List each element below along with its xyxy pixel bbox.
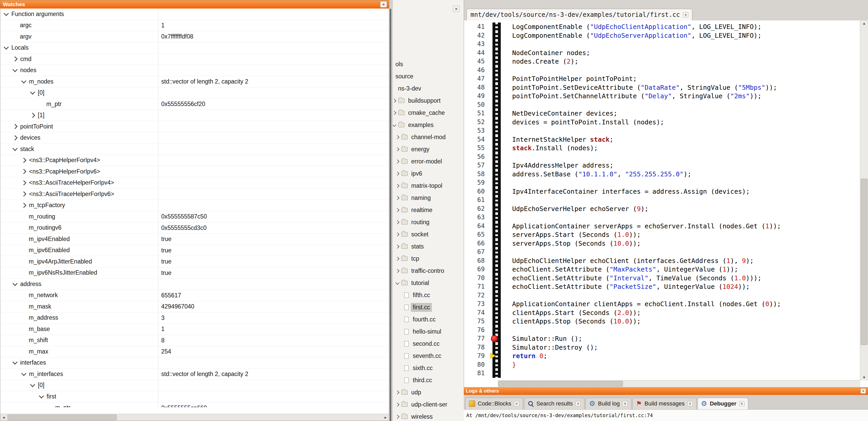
breakpoint-margin[interactable] [493,187,501,196]
watch-row[interactable]: m_ipv6NsRsJitterEnabledtrue [0,267,389,279]
tree-item-channel-mod[interactable]: channel-mod [393,131,464,143]
chevron-down-icon[interactable] [30,382,35,387]
scroll-up-icon[interactable]: ▲ [860,22,868,25]
chevron-down-icon[interactable] [39,393,44,398]
watch-row[interactable]: m_routingv60x5555555cd3c0 [0,222,389,234]
tree-item-socket[interactable]: socket [393,228,464,240]
chevron-right-icon[interactable] [396,245,400,249]
tree-item-udp[interactable]: udp [393,386,464,398]
code-line[interactable]: 46 [464,66,860,75]
code-line[interactable]: 60Ipv4InterfaceContainer interfaces = ad… [464,187,860,196]
chevron-right-icon[interactable] [12,124,18,129]
editor-vscrollbar[interactable]: ▲ ▼ [860,21,868,380]
watch-row[interactable]: argv0x7fffffffdf08 [0,31,389,42]
code-line[interactable]: 65serverApps.Start (Seconds (1.0)); [464,230,860,239]
tree-item-ipv6[interactable]: ipv6 [393,168,464,180]
breakpoint-margin[interactable] [493,66,501,75]
breakpoint-margin[interactable] [493,74,501,83]
watch-row[interactable]: [1] [0,110,389,121]
code-line[interactable]: 77Simulator::Run (); [464,334,860,343]
code-line[interactable]: 71echoClient.SetAttribute ("PacketSize",… [464,282,860,291]
breakpoint-margin[interactable] [493,196,501,204]
scroll-right-icon[interactable]: ► [382,416,389,419]
watch-row[interactable]: <ns3::AsciiTraceHelperForIpv6> [0,189,389,200]
breakpoint-margin[interactable] [493,230,501,239]
watch-row[interactable]: nodes [0,65,389,76]
chevron-right-icon[interactable] [396,232,400,237]
chevron-right-icon[interactable] [21,180,26,186]
scroll-left-icon[interactable]: ◄ [0,416,7,419]
splitter[interactable] [390,9,391,421]
tab-code-blocks[interactable]: Code::Blocks× [465,398,523,409]
tree-item-first-cc[interactable]: first.cc [393,301,464,314]
tree-item-error-model[interactable]: error-model [393,155,464,168]
chevron-right-icon[interactable] [21,158,26,163]
watch-row[interactable]: argc1 [0,20,389,31]
chevron-down-icon[interactable] [396,281,400,285]
code-line[interactable]: 55stack.Install (nodes); [464,144,860,153]
tree-item-udp-client-ser[interactable]: udp-client-ser [393,398,464,411]
tree-item-tutorial[interactable]: tutorial [393,277,464,289]
tree-item-buildsupport[interactable]: buildsupport [393,95,464,107]
watch-row[interactable]: m_max254 [0,346,389,357]
code-line[interactable]: 43 [464,40,860,48]
breakpoint-margin[interactable] [493,179,501,187]
watch-row[interactable]: stack [0,143,389,155]
watches-titlebar[interactable]: Watches × [0,0,389,8]
tree-item-second-cc[interactable]: second.cc [393,338,464,350]
tab-debugger[interactable]: ⚙Debugger× [698,398,748,409]
code-line[interactable]: 76 [464,326,860,335]
breakpoint-margin[interactable] [493,360,501,369]
chevron-down-icon[interactable] [30,90,35,95]
code-line[interactable]: 49pointToPoint.SetChannelAttribute ("Del… [464,92,860,101]
breakpoint-margin[interactable] [493,144,501,153]
watch-row[interactable]: cmd [0,54,389,65]
code-line[interactable]: 70echoClient.SetAttribute ("Interval", T… [464,274,860,283]
tree-item-ns-3-dev[interactable]: ns-3-dev [393,83,464,95]
tree-item-energy[interactable]: energy [393,143,464,155]
tree-item-source[interactable]: source [393,70,464,83]
chevron-down-icon[interactable] [21,78,26,84]
code-line[interactable]: 50 [464,101,860,109]
chevron-down-icon[interactable] [12,67,18,72]
chevron-right-icon[interactable] [396,257,400,261]
tree-item-ols[interactable]: ols [393,58,464,70]
code-line[interactable]: 53 [464,126,860,135]
close-icon[interactable]: × [683,12,688,17]
chevron-right-icon[interactable] [12,135,18,140]
tab-search-results[interactable]: Search results× [524,398,585,409]
watch-row[interactable]: m_address3 [0,313,389,324]
code-line[interactable]: 69echoClient.SetAttribute ("MaxPackets",… [464,265,860,274]
editor-tab[interactable]: mnt/dev/tools/source/ns-3-dev/examples/t… [467,9,692,21]
watch-row[interactable]: m_ptr0x55555556cf20 [0,99,389,110]
breakpoint-margin[interactable] [493,109,501,118]
code-line[interactable]: 45nodes.Create (2); [464,57,860,66]
tree-item-fifth-cc[interactable]: fifth.cc [393,289,464,301]
code-line[interactable]: 52devices = pointToPoint.Install (nodes)… [464,118,860,127]
watch-row[interactable]: <ns3::PcapHelperForIpv6> [0,166,389,177]
chevron-right-icon[interactable] [21,191,26,197]
close-icon[interactable]: × [622,401,628,406]
code-line[interactable]: 73ApplicationContainer clientApps = echo… [464,300,860,309]
close-icon[interactable]: × [739,401,745,406]
breakpoint-margin[interactable] [493,83,501,92]
tree-item-stats[interactable]: stats [393,240,464,253]
watch-row[interactable]: m_tcpFactory [0,200,389,211]
code-line[interactable]: 64ApplicationContainer serverApps = echo… [464,222,860,231]
tree-item-matrix-topol[interactable]: matrix-topol [393,180,464,192]
tree-item-tcp[interactable]: tcp [393,253,464,265]
code-line[interactable]: 63 [464,213,860,222]
breakpoint-margin[interactable] [493,239,501,248]
close-icon[interactable]: × [380,1,387,7]
breakpoint-margin[interactable] [493,248,501,257]
tree-item-fourth-cc[interactable]: fourth.cc [393,314,464,326]
watch-row[interactable]: [0] [0,88,389,99]
chevron-right-icon[interactable] [396,172,400,176]
watch-row[interactable]: m_nodesstd::vector of length 2, capacity… [0,76,389,88]
chevron-right-icon[interactable] [393,111,396,115]
code-area[interactable]: 41LogComponentEnable ("UdpEchoClientAppl… [464,21,860,380]
watch-row[interactable]: m_ptr0x5555555ca660 [0,402,389,408]
code-line[interactable]: 81 [464,369,860,378]
chevron-right-icon[interactable] [396,415,400,419]
tree-item-naming[interactable]: naming [393,192,464,204]
